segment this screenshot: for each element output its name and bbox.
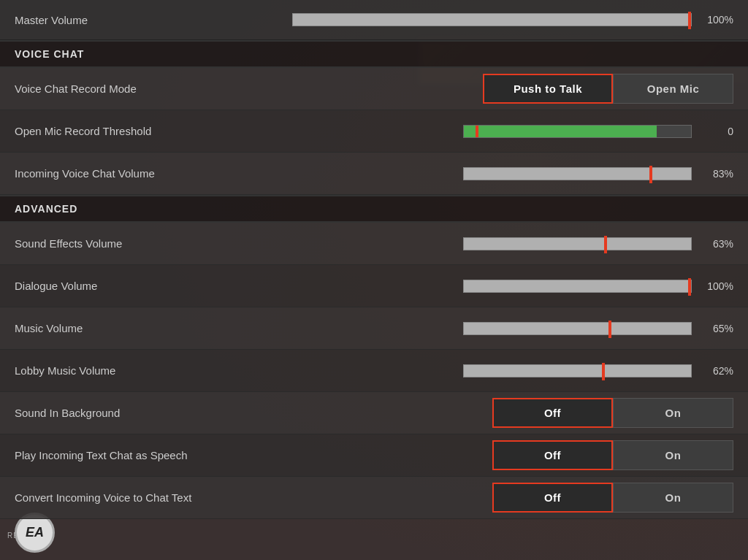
sound-effects-label: Sound Effects Volume xyxy=(15,237,292,250)
lobby-music-value: 62% xyxy=(701,365,733,377)
music-slider-container: 65% xyxy=(463,322,733,335)
master-volume-value: 100% xyxy=(701,14,733,26)
lobby-music-slider-container: 62% xyxy=(463,364,733,377)
threshold-track[interactable] xyxy=(463,125,692,138)
sound-in-background-toggle: Off On xyxy=(492,398,733,428)
master-volume-fill xyxy=(293,14,691,26)
dialogue-fill xyxy=(464,280,691,292)
voice-chat-record-mode-toggle: Push to Talk Open Mic xyxy=(483,74,733,104)
open-mic-threshold-label: Open Mic Record Threshold xyxy=(15,125,292,137)
dialogue-slider-container: 100% xyxy=(463,280,733,293)
sound-in-background-on-button[interactable]: On xyxy=(613,398,733,428)
voice-to-chat-text-off-button[interactable]: Off xyxy=(492,483,613,513)
text-chat-speech-row: Play Incoming Text Chat as Speech Off On xyxy=(0,434,748,477)
open-mic-button[interactable]: Open Mic xyxy=(613,74,733,104)
lobby-music-marker xyxy=(602,363,605,380)
voice-chat-record-mode-row: Voice Chat Record Mode Push to Talk Open… xyxy=(0,68,748,110)
master-volume-marker xyxy=(688,12,691,29)
lobby-music-track[interactable] xyxy=(463,364,692,377)
sound-effects-value: 63% xyxy=(701,238,733,250)
music-value: 65% xyxy=(701,323,733,334)
threshold-slider-container: 0 xyxy=(463,125,733,138)
incoming-voice-volume-row: Incoming Voice Chat Volume 83% xyxy=(0,153,748,195)
sound-in-background-row: Sound In Background Off On xyxy=(0,392,748,434)
master-volume-slider-container: 100% xyxy=(292,13,733,26)
lobby-music-label: Lobby Music Volume xyxy=(15,364,292,377)
push-to-talk-button[interactable]: Push to Talk xyxy=(483,74,613,104)
sound-in-background-off-button[interactable]: Off xyxy=(492,398,613,428)
incoming-voice-value: 83% xyxy=(701,168,733,180)
open-mic-threshold-row: Open Mic Record Threshold 0 xyxy=(0,110,748,153)
dialogue-volume-label: Dialogue Volume xyxy=(15,280,292,292)
sound-effects-track[interactable] xyxy=(463,237,692,250)
master-volume-label: Master Volume xyxy=(15,14,292,26)
dialogue-marker xyxy=(688,278,691,296)
text-chat-speech-toggle: Off On xyxy=(492,440,733,470)
settings-container: Master Volume 100% VOICE CHAT Voice Chat… xyxy=(0,0,748,560)
incoming-voice-marker xyxy=(649,166,652,183)
sound-effects-row: Sound Effects Volume 63% xyxy=(0,223,748,265)
dialogue-track[interactable] xyxy=(463,280,692,293)
music-volume-label: Music Volume xyxy=(15,322,292,334)
threshold-marker xyxy=(476,126,478,137)
advanced-section-header: ADVANCED xyxy=(0,195,748,223)
voice-to-chat-text-row: Convert Incoming Voice to Chat Text Off … xyxy=(0,477,748,519)
voice-chat-section-header: VOICE CHAT xyxy=(0,40,748,68)
voice-chat-title: VOICE CHAT xyxy=(15,48,84,60)
lobby-music-fill xyxy=(464,365,605,377)
master-volume-row: Master Volume 100% xyxy=(0,0,748,40)
sound-effects-marker xyxy=(604,236,607,253)
advanced-title: ADVANCED xyxy=(15,203,77,215)
music-fill xyxy=(464,323,611,334)
music-marker xyxy=(608,321,611,338)
voice-to-chat-text-toggle: Off On xyxy=(492,483,733,513)
dialogue-value: 100% xyxy=(701,280,733,292)
sound-effects-fill xyxy=(464,238,607,250)
incoming-voice-volume-label: Incoming Voice Chat Volume xyxy=(15,167,292,180)
voice-chat-record-mode-label: Voice Chat Record Mode xyxy=(15,83,292,95)
threshold-value: 0 xyxy=(701,126,733,137)
music-volume-row: Music Volume 65% xyxy=(0,307,748,350)
lobby-music-row: Lobby Music Volume 62% xyxy=(0,350,748,392)
music-track[interactable] xyxy=(463,322,692,335)
text-chat-speech-label: Play Incoming Text Chat as Speech xyxy=(15,449,292,461)
voice-to-chat-text-label: Convert Incoming Voice to Chat Text xyxy=(15,491,292,504)
incoming-voice-fill xyxy=(464,168,652,180)
sound-effects-slider-container: 63% xyxy=(463,237,733,250)
threshold-fill-green xyxy=(464,126,657,137)
incoming-voice-track[interactable] xyxy=(463,167,692,180)
sound-in-background-label: Sound In Background xyxy=(15,407,292,419)
text-chat-speech-on-button[interactable]: On xyxy=(613,440,733,470)
master-volume-track[interactable] xyxy=(292,13,692,26)
incoming-voice-slider-container: 83% xyxy=(463,167,733,180)
dialogue-volume-row: Dialogue Volume 100% xyxy=(0,265,748,307)
voice-to-chat-text-on-button[interactable]: On xyxy=(613,483,733,513)
text-chat-speech-off-button[interactable]: Off xyxy=(492,440,613,470)
